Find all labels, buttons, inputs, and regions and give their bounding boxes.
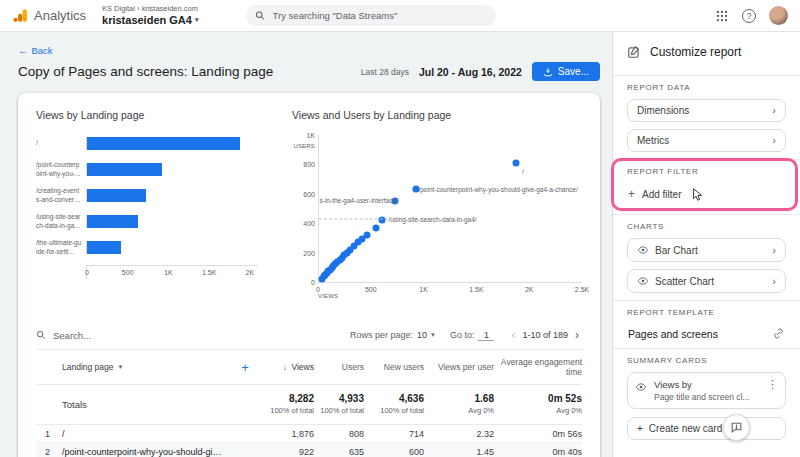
- help-icon[interactable]: ?: [742, 9, 756, 23]
- totals-subtext: 100% of total: [256, 406, 314, 415]
- kebab-menu-icon[interactable]: ⋮: [767, 379, 778, 390]
- create-new-card-button[interactable]: + Create new card: [627, 417, 786, 440]
- row-index: 1: [36, 429, 62, 439]
- analytics-logo-icon: [12, 7, 29, 24]
- global-search[interactable]: [246, 5, 496, 26]
- dimensions-label: Dimensions: [637, 105, 689, 116]
- scatter-chart: Views and Users by Landing page //point-…: [292, 109, 582, 301]
- sidebar-title-row: Customize report: [627, 40, 786, 68]
- date-range-picker[interactable]: Jul 20 - Aug 16, 2022: [419, 66, 522, 78]
- column-header[interactable]: Views per user: [424, 362, 494, 372]
- unlink-template-button[interactable]: [772, 327, 785, 340]
- appbar-actions: ?: [715, 6, 788, 25]
- bar-chart-toggle[interactable]: Bar Chart ›: [627, 238, 786, 262]
- summary-card-subtitle: Page title and screen cl...: [654, 392, 760, 402]
- eye-icon[interactable]: [635, 381, 647, 393]
- metric-cell: 922: [256, 447, 314, 457]
- bar[interactable]: [87, 163, 162, 176]
- account-switcher[interactable]: KS Digital › kristaseiden.com kristaseid…: [102, 5, 198, 25]
- metric-cell: 0m 56s: [494, 429, 582, 439]
- y-tick-label: 200: [292, 249, 315, 256]
- dimensions-button[interactable]: Dimensions ›: [627, 99, 786, 122]
- bar-chart: Views by Landing page //point-counterpoi…: [36, 109, 258, 301]
- metric-cell: 808: [314, 429, 364, 439]
- summary-card[interactable]: Views by Page title and screen cl... ⋮: [627, 372, 786, 409]
- global-search-input[interactable]: [273, 10, 488, 21]
- search-icon: [255, 10, 265, 21]
- search-icon: [36, 330, 46, 340]
- eye-icon[interactable]: [637, 275, 649, 287]
- apps-grid-icon[interactable]: [715, 9, 729, 23]
- totals-row: Totals 8,282100% of total4,933100% of to…: [36, 385, 582, 425]
- scatter-point[interactable]: [513, 160, 520, 167]
- row-index: 2: [36, 447, 62, 457]
- eye-icon[interactable]: [637, 244, 649, 256]
- bar-row: /using-site-search-data-in-ga...: [36, 213, 258, 230]
- x-tick-label: 2K: [525, 286, 534, 293]
- table-search-input[interactable]: [53, 330, 173, 341]
- dimension-header[interactable]: Landing page▼: [62, 362, 234, 372]
- charts-label: CHARTS: [627, 222, 786, 231]
- main-content: ← Back Copy of Pages and screens: Landin…: [0, 32, 612, 457]
- totals-cell: 4,933100% of total: [314, 393, 364, 415]
- totals-cell: 8,282100% of total: [256, 393, 314, 415]
- table-row[interactable]: 1/1,8768087142.320m 56s: [36, 425, 582, 443]
- bar[interactable]: [87, 189, 146, 202]
- column-header[interactable]: New users: [364, 362, 424, 372]
- add-filter-label: Add filter: [642, 189, 681, 200]
- report-template-value: Pages and screens: [628, 328, 718, 340]
- rows-per-page-select[interactable]: 10▼: [417, 330, 436, 340]
- add-column-button[interactable]: +: [234, 360, 256, 375]
- table-body: 1/1,8768087142.320m 56s2/point-counterpo…: [36, 425, 582, 457]
- report-template-section: REPORT TEMPLATE Pages and screens: [627, 308, 786, 341]
- totals-cell: 0m 52sAvg 0%: [494, 393, 582, 415]
- totals-value: 4,933: [314, 393, 364, 404]
- bar-category-label: /: [36, 139, 86, 147]
- bar-category-label: /the-ultimate-guide-for-setti...: [36, 239, 86, 255]
- report-filter-section: REPORT FILTER + Add filter: [627, 167, 786, 207]
- date-preset-label: Last 28 days: [361, 67, 409, 77]
- next-page-icon[interactable]: ›: [572, 328, 582, 342]
- column-header[interactable]: Average engagement time: [494, 357, 582, 377]
- scatter-chart-toggle[interactable]: Scatter Chart ›: [627, 269, 786, 293]
- report-template-label: REPORT TEMPLATE: [627, 308, 786, 317]
- bar-row: /: [36, 135, 258, 152]
- bar-track: [86, 163, 258, 176]
- scatter-point[interactable]: [378, 216, 385, 223]
- scatter-chart-label: Scatter Chart: [655, 276, 714, 287]
- table-row[interactable]: 2/point-counterpoint-why-you-should-give…: [36, 443, 582, 457]
- goto-page-input[interactable]: 1: [478, 330, 494, 341]
- avatar[interactable]: [769, 6, 788, 25]
- previous-page-icon[interactable]: ‹: [508, 328, 518, 342]
- scatter-plot: //point-counterpoint-why-you-should-give…: [318, 135, 582, 283]
- bar-chart-label: Bar Chart: [655, 245, 698, 256]
- bar-track: [86, 241, 258, 254]
- back-link[interactable]: ← Back: [18, 45, 53, 56]
- divider: [613, 300, 800, 301]
- add-filter-button[interactable]: + Add filter: [627, 183, 786, 207]
- landing-page-cell: /point-counterpoint-why-you-should-give-…: [62, 447, 234, 457]
- column-header[interactable]: Users: [314, 362, 364, 372]
- table-search[interactable]: [36, 330, 336, 341]
- totals-value: 0m 52s: [494, 393, 582, 404]
- chevron-down-icon: ▼: [430, 332, 436, 338]
- annotation-leader: [319, 219, 388, 220]
- totals-subtext: Avg 0%: [494, 406, 582, 415]
- property-name[interactable]: kristaseiden GA4▾: [102, 14, 198, 26]
- feedback-button[interactable]: [723, 414, 750, 441]
- metric-cell: 714: [364, 429, 424, 439]
- bar[interactable]: [87, 137, 240, 150]
- metrics-button[interactable]: Metrics ›: [627, 129, 786, 152]
- scatter-point[interactable]: [372, 224, 379, 231]
- divider: [613, 214, 800, 215]
- save-button[interactable]: Save...: [532, 62, 600, 81]
- x-axis-label: VIEWS: [318, 293, 338, 299]
- bar[interactable]: [87, 215, 138, 228]
- bar[interactable]: [87, 241, 121, 254]
- totals-value: 4,636: [364, 393, 424, 404]
- column-header[interactable]: ↓ Views: [256, 362, 314, 372]
- analytics-logo[interactable]: Analytics: [12, 7, 86, 24]
- app-name: Analytics: [34, 8, 86, 23]
- scatter-annotation: /using-site-search-data-in-ga4/: [388, 216, 476, 223]
- scatter-point[interactable]: [364, 231, 371, 238]
